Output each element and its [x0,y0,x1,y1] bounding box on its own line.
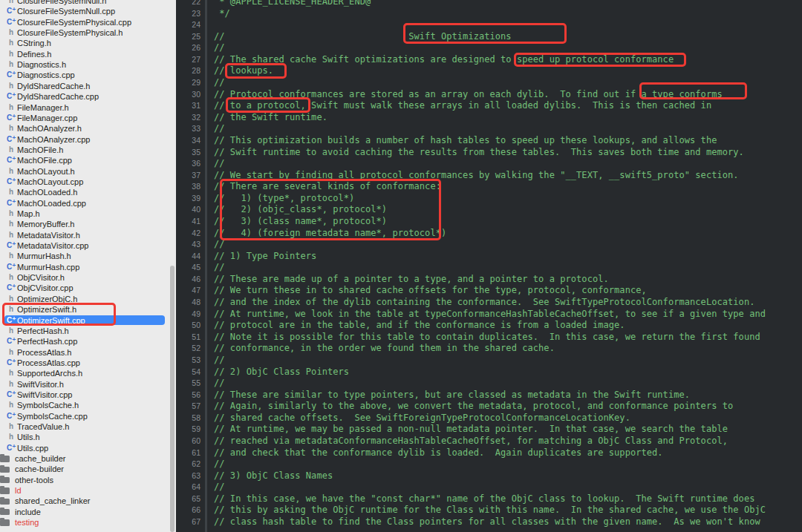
code-line[interactable]: 31// to a protocol, Swift must walk thes… [176,100,802,112]
code-line[interactable]: 62// [176,459,802,470]
file-row[interactable]: C⁺ProcessAtlas.cpp [0,358,176,368]
file-row[interactable]: hSwiftVisitor.h [0,379,176,390]
code-line[interactable]: 64// [176,482,802,493]
file-row[interactable]: hClosureFileSystemPhysical.h [0,27,176,38]
code-line[interactable]: 22 * @APPLE_LICENSE_HEADER_END@ [176,0,802,8]
code-line[interactable]: 47// We turn these in to shared cache of… [176,285,802,297]
code-line[interactable]: 61// and check that the conformance dyli… [176,447,802,459]
file-row[interactable]: hSupportedArchs.h [0,368,176,378]
file-row[interactable]: hUtils.h [0,432,176,442]
file-row[interactable]: hMachOLayout.h [0,166,176,177]
folder-row[interactable]: shared_cache_linker [0,496,176,506]
code-line[interactable]: 49// At runtime, we look in the table at… [176,309,802,321]
file-row[interactable]: C⁺ObjCVisitor.cpp [0,283,176,293]
file-row[interactable]: hMetadataVisitor.h [0,230,176,240]
folder-row[interactable]: include [0,507,176,517]
file-row[interactable]: hMap.h [0,208,176,219]
code-line[interactable]: 26// [176,42,802,54]
code-line[interactable]: 67// class hash table to find the Class … [176,516,802,528]
sidebar-scrollbar[interactable] [170,266,175,532]
file-row[interactable]: hMachOAnalyzer.h [0,123,176,134]
file-row[interactable]: C⁺MachOFile.cpp [0,155,176,165]
code-line[interactable]: 36// [176,158,802,170]
code-line[interactable]: 37// We start by finding all protocol co… [176,170,802,182]
code-line[interactable]: 28// lookups. [176,65,802,77]
file-row[interactable]: C⁺MachOAnalyzer.cpp [0,134,176,145]
file-row[interactable]: hDyldSharedCache.h [0,81,176,91]
code-line[interactable]: 65// In this case, we have the "const ch… [176,493,802,505]
source-editor[interactable]: 22 * @APPLE_LICENSE_HEADER_END@23 */2425… [176,0,802,532]
code-line[interactable]: 56// These are similar to type pointers,… [176,390,802,401]
code-line[interactable]: 43// [176,239,802,251]
folder-row[interactable]: ld [0,485,176,496]
file-row[interactable]: C⁺ClosureFileSystemNull.cpp [0,6,176,16]
code-line[interactable]: 44// 1) Type Pointers [176,251,802,263]
code-line[interactable]: 23 */ [176,8,802,20]
file-row[interactable]: hFileManager.h [0,102,176,113]
file-row[interactable]: C⁺DyldSharedCache.cpp [0,91,176,102]
code-line[interactable]: 52// conformance, in the order we found … [176,343,802,355]
code-line[interactable]: 27// The shared cache Swift optimization… [176,54,802,66]
file-row[interactable]: C⁺FileManager.cpp [0,113,176,123]
code-line[interactable]: 59// At runtime, we may be passed a non-… [176,424,802,436]
file-row[interactable]: hProcessAtlas.h [0,347,176,358]
code-line[interactable]: 58// shared cache offsets. See SwiftFore… [176,413,802,424]
code-line[interactable]: 35// Swift runtime to avoid caching the … [176,147,802,159]
file-row[interactable]: C⁺Utils.cpp [0,443,176,453]
folder-row[interactable]: cache_builder [0,453,176,464]
code-line[interactable]: 60// reached via metadataConformanceHash… [176,436,802,447]
file-row[interactable]: C⁺PerfectHash.cpp [0,336,176,347]
file-row[interactable]: C⁺MetadataVisitor.cpp [0,240,176,251]
code-line[interactable]: 54// 2) ObjC Class Pointers [176,367,802,378]
code-area[interactable]: 22 * @APPLE_LICENSE_HEADER_END@23 */2425… [176,0,802,528]
code-line[interactable]: 40// 2) (objc_class*, protocol*) [176,204,802,216]
file-row[interactable]: hMemoryBuffer.h [0,219,176,229]
file-row[interactable]: C⁺ClosureFileSystemPhysical.cpp [0,17,176,27]
file-row[interactable]: C⁺OptimizerSwift.cpp [0,315,176,326]
file-row[interactable]: hPerfectHash.h [0,326,176,336]
file-row[interactable]: hDiagnostics.h [0,59,176,70]
code-line[interactable]: 48// and the index of the dylib containi… [176,297,802,309]
code-line[interactable]: 57// Again, similarly to the above, we c… [176,401,802,413]
folder-row[interactable]: other-tools [0,475,176,485]
code-line[interactable]: 63// 3) ObjC Class Names [176,470,802,482]
code-line[interactable]: 55// [176,378,802,390]
file-row[interactable]: hClosureFileSystemNull.h [0,0,176,6]
code-line[interactable]: 39// 1) (type*, protocol*) [176,193,802,205]
file-row[interactable]: hObjCVisitor.h [0,272,176,283]
code-line[interactable]: 30// Protocol conformances are stored as… [176,89,802,101]
file-row[interactable]: C⁺MachOLoaded.cpp [0,198,176,208]
file-row[interactable]: hOptimizerObjC.h [0,294,176,304]
code-line[interactable]: 66// this by asking the ObjC runtime for… [176,505,802,516]
file-row[interactable]: hTracedValue.h [0,421,176,432]
file-row[interactable]: hMachOFile.h [0,145,176,155]
code-line[interactable]: 45// [176,262,802,274]
code-line[interactable]: 42// 4) (foreign metadata name*, protoco… [176,228,802,240]
file-row[interactable]: C⁺SwiftVisitor.cpp [0,390,176,400]
file-row[interactable]: hCString.h [0,38,176,48]
code-line[interactable]: 53// [176,355,802,367]
file-row[interactable]: hDefines.h [0,49,176,59]
file-row[interactable]: C⁺Diagnostics.cpp [0,70,176,80]
file-row[interactable]: hMurmurHash.h [0,251,176,261]
file-row[interactable]: C⁺MachOLayout.cpp [0,177,176,187]
code-line[interactable]: 24 [176,19,802,31]
file-row[interactable]: C⁺MurmurHash.cpp [0,262,176,272]
code-line[interactable]: 46// These are made up of a pointer to a… [176,274,802,286]
file-row[interactable]: C⁺SymbolsCache.cpp [0,411,176,421]
folder-row[interactable]: cache-builder [0,464,176,474]
file-row[interactable]: hSymbolsCache.h [0,400,176,410]
code-line[interactable]: 34// This optimization builds a number o… [176,135,802,147]
code-line[interactable]: 38// There are several kinds of conforma… [176,181,802,193]
code-line[interactable]: 33// [176,123,802,135]
code-line[interactable]: 41// 3) (class name*, protocol*) [176,216,802,228]
file-name: OptimizerSwift.h [17,304,76,315]
code-line[interactable]: 32// the Swift runtime. [176,112,802,124]
file-row[interactable]: hMachOLoaded.h [0,187,176,197]
code-line[interactable]: 50// protocol are in the table, and if t… [176,320,802,332]
code-line[interactable]: 51// Note it is possible for this table … [176,332,802,344]
code-line[interactable]: 25// Swift Optimizations [176,31,802,43]
file-row[interactable]: hOptimizerSwift.h [0,304,176,315]
folder-row[interactable]: testing [0,517,176,528]
code-line[interactable]: 29// [176,77,802,89]
